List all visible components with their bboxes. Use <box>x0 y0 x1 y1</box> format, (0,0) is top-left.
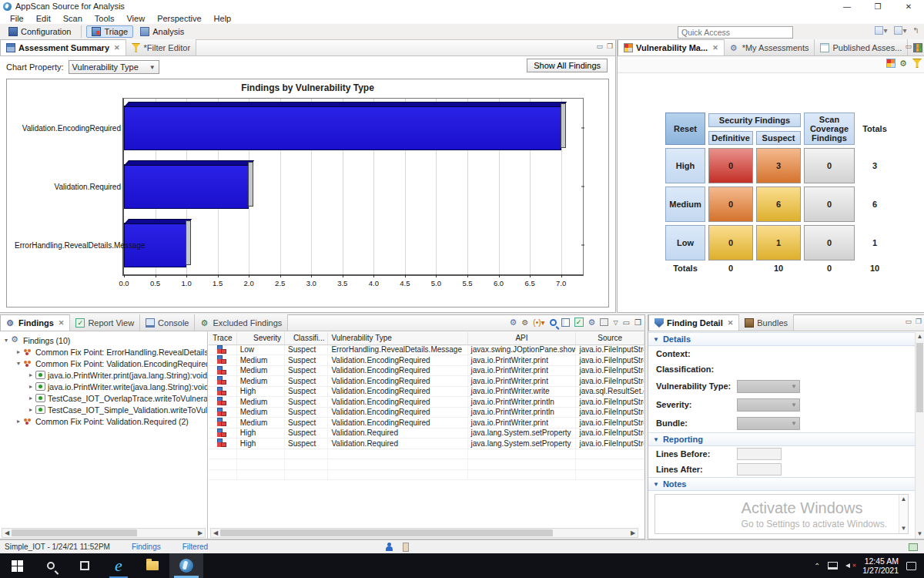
tab-close-icon[interactable]: ✕ <box>114 44 120 52</box>
table-horizontal-scrollbar[interactable]: ◀▶ <box>210 528 638 538</box>
assessment-tab--filter-editor[interactable]: *Filter Editor <box>126 39 197 55</box>
status-filtered-link[interactable]: Filtered <box>182 543 208 551</box>
trace-icon[interactable] <box>217 408 227 415</box>
finding-row[interactable]: HighSuspectValidation.Requiredjava.lang.… <box>209 439 644 449</box>
tab-close-icon[interactable]: ✕ <box>728 319 734 327</box>
maximize-view-icon[interactable]: ❐ <box>916 42 922 50</box>
notes-section-header[interactable]: ▼ Notes <box>648 477 915 491</box>
tree-item[interactable]: ▸java.io.PrintWriter.print(java.lang.Str… <box>2 369 207 381</box>
notes-scrollbar[interactable]: ▲ ▼ <box>899 495 908 533</box>
tree-item[interactable]: ▾Common Fix Point: Validation.EncodingRe… <box>2 358 207 369</box>
quick-access-input[interactable] <box>678 26 793 39</box>
tree-expand-arrow[interactable]: ▸ <box>26 383 35 390</box>
severity-select[interactable]: ▼ <box>737 398 800 412</box>
chart-bar[interactable] <box>124 164 249 209</box>
lines-before-input[interactable] <box>737 448 782 460</box>
matrix-cell-medium-definitive[interactable]: 0 <box>708 187 753 222</box>
finding-row[interactable]: MediumSuspectValidation.EncodingRequired… <box>209 397 644 408</box>
minimize-view-icon[interactable]: ▭ <box>623 318 630 327</box>
severity-row-header-high[interactable]: High <box>665 148 705 183</box>
trace-icon[interactable] <box>217 376 227 384</box>
column-header-vulnerabilitytype[interactable]: Vulnerability Type <box>328 332 467 344</box>
findings-tab-findings[interactable]: ⚙Findings✕ <box>0 314 70 331</box>
findings-tab-excluded-findings[interactable]: ⚙Excluded Findings <box>195 314 288 331</box>
detail-tab-bundles[interactable]: Bundles <box>739 314 794 331</box>
matrix-tab-published-asses---[interactable]: Published Asses... <box>815 39 908 55</box>
menu-view[interactable]: View <box>121 14 150 23</box>
perspective-configuration[interactable]: Configuration <box>3 25 76 38</box>
detail-tab-finding-detail[interactable]: Finding Detail✕ <box>648 314 739 331</box>
severity-row-header-low[interactable]: Low <box>665 225 705 260</box>
file-explorer-icon[interactable] <box>136 553 169 578</box>
matrix-cell-high-suspect[interactable]: 3 <box>756 148 801 183</box>
menu-edit[interactable]: Edit <box>31 14 56 23</box>
matrix-cell-high-coverage[interactable]: 0 <box>804 148 855 183</box>
finding-row[interactable]: MediumSuspectValidation.EncodingRequired… <box>209 355 644 366</box>
gear-brown-icon[interactable]: ⚙ <box>521 318 528 327</box>
volume-muted-icon[interactable] <box>845 562 855 570</box>
trace-icon[interactable] <box>217 366 227 374</box>
finding-row[interactable]: MediumSuspectValidation.EncodingRequired… <box>209 376 644 387</box>
tree-expand-arrow[interactable]: ▸ <box>14 348 23 355</box>
taskbar-search-button[interactable] <box>34 553 68 578</box>
details-section-header[interactable]: ▼ Details <box>648 332 915 346</box>
chart-bar[interactable] <box>124 106 561 150</box>
task-view-button[interactable] <box>68 553 102 578</box>
tree-expand-arrow[interactable]: ▸ <box>26 395 35 402</box>
matrix-filter-icon[interactable] <box>912 59 922 68</box>
trace-icon[interactable] <box>217 439 227 446</box>
appscan-taskbar-icon[interactable] <box>169 553 203 578</box>
open-view-icon[interactable]: ▾ <box>894 26 907 35</box>
matrix-cell-low-definitive[interactable]: 0 <box>708 225 753 260</box>
menu-scan[interactable]: Scan <box>58 14 88 23</box>
matrix-tab--my-assessments[interactable]: ⚙*My Assessments <box>725 39 815 55</box>
tree-item[interactable]: ▸java.io.PrintWriter.write(java.lang.Str… <box>2 381 207 392</box>
finding-row[interactable]: HighSuspectValidation.EncodingRequiredja… <box>209 386 644 397</box>
menu-help[interactable]: Help <box>209 14 237 23</box>
matrix-settings-icon[interactable]: ⚙ <box>899 59 909 68</box>
findings-tab-report-view[interactable]: ✓Report View <box>70 314 140 331</box>
tab-close-icon[interactable]: ✕ <box>59 319 65 327</box>
tree-expand-arrow[interactable]: ▸ <box>26 406 35 413</box>
restore-button[interactable]: ❐ <box>862 0 893 12</box>
start-button[interactable] <box>0 553 34 578</box>
minimize-view-icon[interactable]: ▭ <box>905 318 912 325</box>
close-button[interactable]: ✕ <box>893 0 924 12</box>
status-findings-link[interactable]: Findings <box>132 543 161 551</box>
finding-row[interactable]: LowSuspectErrorHandling.RevealDetails.Me… <box>209 344 644 355</box>
show-hidden-icons-chevron[interactable]: ⌃ <box>814 562 820 570</box>
trace-icon[interactable] <box>217 428 227 436</box>
column-header-trace[interactable]: Trace <box>209 332 236 344</box>
column-header-api[interactable]: API <box>467 332 576 344</box>
tree-expand-arrow[interactable]: ▸ <box>26 371 35 378</box>
table-view-icon[interactable] <box>561 318 570 327</box>
perspective-triage[interactable]: Triage <box>86 25 133 38</box>
reset-button[interactable]: Reset <box>665 113 705 145</box>
trace-icon[interactable] <box>217 355 227 363</box>
trace-icon[interactable] <box>217 345 227 353</box>
finding-row[interactable]: MediumSuspectValidation.EncodingRequired… <box>209 418 644 428</box>
tree-expand-arrow[interactable]: ▾ <box>14 360 23 367</box>
minimize-view-icon[interactable]: ▭ <box>596 42 603 50</box>
bundle-select[interactable]: ▼ <box>737 417 800 430</box>
finding-row[interactable]: MediumSuspectValidation.EncodingRequired… <box>209 365 644 376</box>
finding-row[interactable]: MediumSuspectValidation.EncodingRequired… <box>209 407 644 418</box>
reporting-section-header[interactable]: ▼ Reporting <box>648 432 915 446</box>
perspective-analysis[interactable]: Analysis <box>135 25 189 38</box>
back-navigation-icon[interactable]: ↰ <box>913 26 919 35</box>
notes-textarea[interactable]: ▲ ▼ <box>654 494 909 534</box>
check-view-icon[interactable]: ✓ <box>574 318 584 327</box>
open-perspective-icon[interactable]: ▾ <box>875 26 888 35</box>
maximize-view-icon[interactable]: ❐ <box>634 318 641 327</box>
matrix-view-icon[interactable] <box>886 59 896 68</box>
tree-item[interactable]: ▸TestCase_IOT_Simple_Validation.writeToV… <box>2 404 207 415</box>
column-header-severity[interactable]: Severity <box>236 332 284 344</box>
vulnerability-type-select[interactable]: ▼ <box>737 380 800 393</box>
chart-property-select[interactable]: Vulnerability Type▼ <box>69 60 159 74</box>
search-icon[interactable] <box>550 319 557 326</box>
taskbar-clock[interactable]: 12:45 AM 1/27/2021 <box>862 556 899 575</box>
trace-icon[interactable] <box>217 397 227 405</box>
matrix-cell-medium-suspect[interactable]: 6 <box>756 187 801 222</box>
group-by-icon[interactable]: (•)▾ <box>533 318 544 327</box>
finding-row[interactable]: HighSuspectValidation.Requiredjava.lang.… <box>209 428 644 439</box>
